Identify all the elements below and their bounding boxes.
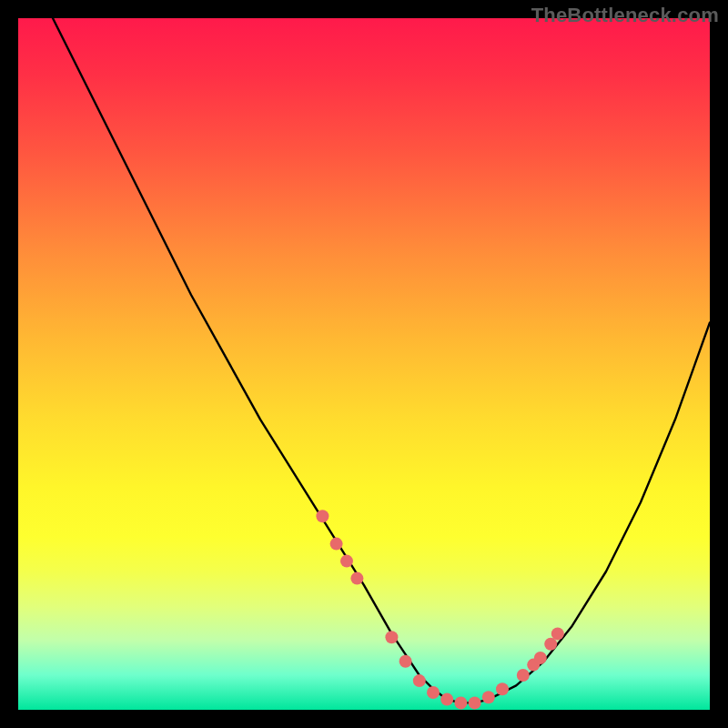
data-marker [350,572,363,585]
data-marker [482,691,495,703]
data-marker [413,674,426,687]
data-marker [544,638,557,651]
data-marker [340,555,353,568]
data-marker [534,652,547,664]
data-marker [440,693,453,706]
data-marker [385,631,398,643]
bottleneck-curve [53,18,710,703]
data-marker [399,655,412,668]
data-marker [454,696,467,709]
chart-svg [18,18,710,710]
plot-area [18,18,710,710]
data-marker [427,686,440,699]
data-marker [517,669,530,682]
data-marker [551,627,564,640]
watermark-text: TheBottleneck.com [531,4,719,27]
data-marker [316,510,329,522]
data-marker [330,538,343,551]
data-marker [469,696,481,709]
data-marker [496,682,509,695]
chart-frame: TheBottleneck.com [0,0,728,728]
